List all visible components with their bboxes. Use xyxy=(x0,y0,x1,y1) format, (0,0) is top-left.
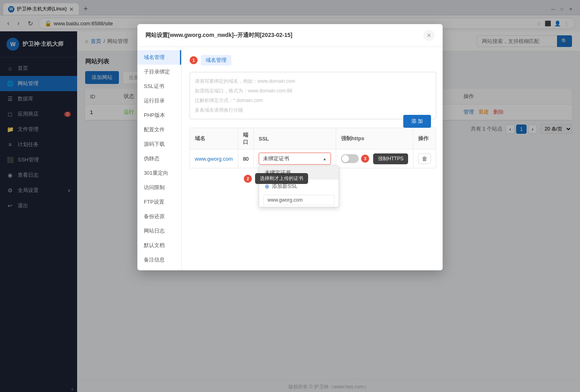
modal-nav-default[interactable]: 默认文档 xyxy=(137,238,181,253)
domain-col-port: 端口 xyxy=(238,128,253,149)
domain-tab-label: 域名管理 xyxy=(201,55,231,65)
modal-nav-domain[interactable]: 域名管理 xyxy=(137,50,181,65)
ssl-dropdown-menu: 未绑定证书 ⊕ 添加新SSL xyxy=(259,165,339,207)
modal-nav-access[interactable]: 访问限制 xyxy=(137,180,181,195)
chevron-up-icon: ▲ xyxy=(323,157,327,161)
step3-tooltip: 强制HTTPS xyxy=(373,153,408,164)
modal-body: 域名管理 子目录绑定 SSL证书 运行目录 PHP版本 配置 xyxy=(137,47,443,270)
domain-col-ssl: SSL xyxy=(254,128,336,149)
domain-table: 域名 端口 SSL 强制https 操作 www.gworg.com xyxy=(190,128,436,168)
force-https-wrapper: 3 强制HTTPS xyxy=(341,153,408,164)
modal-nav-sitelog-label: 网站日志 xyxy=(144,228,165,234)
site-settings-modal: 网站设置[www.gworg.com_nwdk]--开通时间[2023-02-1… xyxy=(137,24,443,270)
domain-cell-https: 3 强制HTTPS 2 选择刚才上传的证书 xyxy=(336,149,413,168)
modal-nav-redirect-label: 301重定向 xyxy=(144,170,168,176)
ssl-select-value: 未绑定证书 xyxy=(263,155,289,162)
domain-col-https: 强制https xyxy=(336,128,413,149)
placeholder-line-3: 泛解析绑定方式：*.domain.com xyxy=(195,96,431,105)
modal-nav-rundir[interactable]: 运行目录 xyxy=(137,94,181,108)
placeholder-line-2: 如需指定端口，格式为：www.domain.com:88 xyxy=(195,86,431,96)
modal-close-button[interactable]: × xyxy=(423,30,435,41)
modal-title: 网站设置[www.gworg.com_nwdk]--开通时间[2023-02-1… xyxy=(145,32,292,39)
modal-nav-remark-label: 备注信息 xyxy=(144,257,165,263)
modal-nav-backup-label: 备份还原 xyxy=(144,213,165,219)
domain-cell-ssl: 未绑定证书 ▲ 未绑定证书 xyxy=(254,149,336,168)
modal-nav-source-label: 源码下载 xyxy=(144,141,165,147)
ssl-select-button[interactable]: 未绑定证书 ▲ xyxy=(259,153,331,165)
modal-nav-config-label: 配置文件 xyxy=(144,127,165,133)
modal-nav-php[interactable]: PHP版本 xyxy=(137,108,181,122)
modal-nav-php-label: PHP版本 xyxy=(144,112,165,118)
domain-input-area: 请填写要绑定的域名，例如：www.domain.com 如需指定端口，格式为：w… xyxy=(190,72,436,119)
modal-nav-ftp-label: FTP设置 xyxy=(144,199,164,205)
step2-tooltip: 选择刚才上传的证书 xyxy=(255,173,308,184)
domain-col-domain: 域名 xyxy=(190,128,238,149)
placeholder-line-1: 请填写要绑定的域名，例如：www.domain.com xyxy=(195,76,431,86)
ssl-cert-item[interactable]: www.gworg.com xyxy=(263,195,335,205)
modal-nav-rundir-label: 运行目录 xyxy=(144,98,165,104)
modal-nav-config[interactable]: 配置文件 xyxy=(137,122,181,137)
domain-cell-domain: www.gworg.com xyxy=(190,149,238,168)
domain-input-placeholder: 请填写要绑定的域名，例如：www.domain.com 如需指定端口，格式为：w… xyxy=(195,76,431,115)
domain-delete-button[interactable]: 🗑 xyxy=(418,153,431,164)
modal-overlay: 网站设置[www.gworg.com_nwdk]--开通时间[2023-02-1… xyxy=(0,0,580,392)
modal-sidebar-nav: 域名管理 子目录绑定 SSL证书 运行目录 PHP版本 配置 xyxy=(137,47,182,270)
domain-col-actions: 操作 xyxy=(413,128,436,149)
plus-icon: ⊕ xyxy=(265,183,270,190)
step3-annotation: 3 强制HTTPS xyxy=(361,153,408,164)
modal-nav-redirect[interactable]: 301重定向 xyxy=(137,166,181,180)
modal-nav-ftp[interactable]: FTP设置 xyxy=(137,195,181,209)
domain-table-row: www.gworg.com 80 未绑定证书 ▲ xyxy=(190,149,436,168)
modal-nav-ssl[interactable]: SSL证书 xyxy=(137,79,181,94)
modal-nav-static-label: 伪静态 xyxy=(144,155,159,161)
force-https-toggle[interactable] xyxy=(341,154,359,163)
modal-nav-subdir-label: 子目录绑定 xyxy=(144,69,170,75)
modal-domain-content: 1 域名管理 请填写要绑定的域名，例如：www.domain.com 如需指定端… xyxy=(182,47,444,270)
domain-tab-header: 1 域名管理 xyxy=(190,55,436,65)
modal-nav-static[interactable]: 伪静态 xyxy=(137,151,181,166)
domain-cell-actions: 🗑 xyxy=(413,149,436,168)
modal-nav-access-label: 访问限制 xyxy=(144,184,165,190)
modal-nav-sitelog[interactable]: 网站日志 xyxy=(137,224,181,238)
browser-window: W 护卫神·主机大师(Linux) ✕ + — □ ✕ ‹ › ↻ 🔒 www.… xyxy=(0,0,580,392)
modal-header: 网站设置[www.gworg.com_nwdk]--开通时间[2023-02-1… xyxy=(137,24,443,47)
modal-nav-domain-label: 域名管理 xyxy=(144,54,165,60)
placeholder-line-4: 多条域名请用换行分隔 xyxy=(195,105,431,115)
step2-badge: 2 xyxy=(244,175,252,183)
step3-badge: 3 xyxy=(361,155,369,163)
toggle-knob xyxy=(342,155,349,162)
modal-nav-subdir[interactable]: 子目录绑定 xyxy=(137,65,181,79)
modal-nav-default-label: 默认文档 xyxy=(144,242,165,248)
modal-nav-ssl-label: SSL证书 xyxy=(144,83,164,89)
ssl-cert-name: www.gworg.com xyxy=(268,197,302,203)
modal-nav-source[interactable]: 源码下载 xyxy=(137,137,181,151)
ssl-cert-box[interactable]: www.gworg.com xyxy=(263,195,335,205)
domain-cell-port: 80 xyxy=(238,149,253,168)
modal-nav-backup[interactable]: 备份还原 xyxy=(137,209,181,224)
domain-add-button[interactable]: 添 加 xyxy=(403,115,431,128)
step2-annotation: 2 选择刚才上传的证书 xyxy=(244,173,308,184)
step1-badge: 1 xyxy=(190,56,198,64)
ssl-dropdown-wrapper: 未绑定证书 ▲ 未绑定证书 xyxy=(259,153,331,165)
domain-value-link[interactable]: www.gworg.com xyxy=(195,156,233,162)
modal-nav-remark[interactable]: 备注信息 xyxy=(137,253,181,267)
